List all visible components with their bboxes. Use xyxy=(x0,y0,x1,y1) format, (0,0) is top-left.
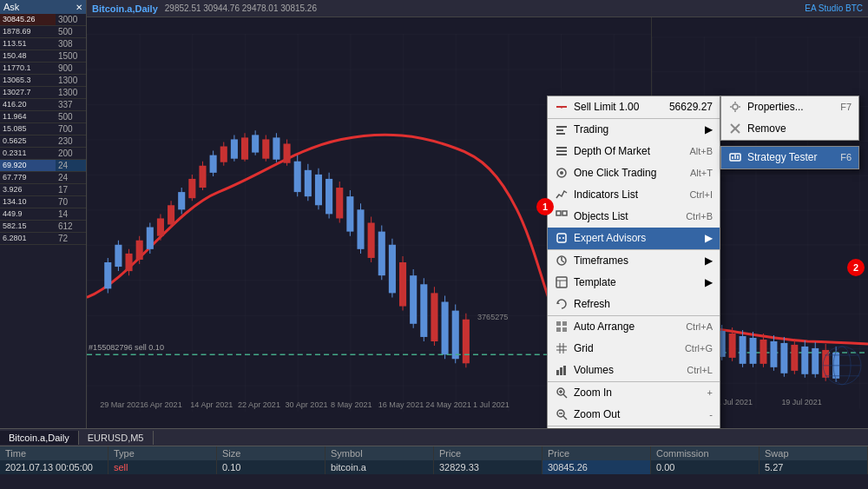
ask-price: 69.920 xyxy=(0,160,56,171)
menu-item-grid[interactable]: Grid Ctrl+G xyxy=(548,338,720,360)
menu-item-sell-limit[interactable]: Sell Limit 1.00 56629.27 xyxy=(548,96,720,118)
svg-rect-147 xyxy=(556,277,567,287)
tab-bitcoin-daily[interactable]: Bitcoin.a,Daily xyxy=(0,431,79,445)
number-badge-2: 2 xyxy=(847,259,865,276)
menu-item-save-picture[interactable]: Save As Picture... xyxy=(548,426,720,428)
menu-item-ea[interactable]: Expert Advisors ▶ xyxy=(548,228,720,249)
size: 24 xyxy=(56,172,86,183)
chart-symbol: Bitcoin.a,Daily xyxy=(92,3,158,14)
timeframes-arrow: ▶ xyxy=(705,254,713,267)
list-item: 13065.3 1300 xyxy=(0,75,86,87)
size: 500 xyxy=(56,111,86,122)
ask-price: 416.20 xyxy=(0,99,56,110)
size: 200 xyxy=(56,148,86,159)
ea-props-label: Properties... xyxy=(747,101,823,113)
one-click-label: One Click Trading xyxy=(574,167,673,179)
zoom-in-label: Zoom In xyxy=(574,387,690,399)
menu-item-indicators[interactable]: Indicators List Ctrl+I xyxy=(548,184,720,206)
size: 337 xyxy=(56,99,86,110)
template-submenu-strategy-tester[interactable]: Strategy Tester F6 xyxy=(721,147,858,169)
svg-rect-133 xyxy=(556,133,565,135)
tab-eurusd-m5[interactable]: EURUSD,M5 xyxy=(79,431,154,445)
svg-rect-154 xyxy=(562,327,567,332)
sell-limit-label: Sell Limit 1.00 xyxy=(574,101,652,113)
ask-price: 13065.3 xyxy=(0,75,56,86)
chart-tabs: Bitcoin.a,Daily EURUSD,M5 xyxy=(0,428,868,446)
menu-item-refresh[interactable]: Refresh xyxy=(548,294,720,315)
number-badge-1: 1 xyxy=(536,198,554,215)
col-price2: Price xyxy=(542,446,651,460)
submenu-expert-advisors: Properties... F7 Remove xyxy=(720,96,859,141)
svg-rect-134 xyxy=(556,147,567,149)
col-type: Type xyxy=(108,446,217,460)
svg-text:16 May 2021: 16 May 2021 xyxy=(378,400,424,409)
svg-rect-131 xyxy=(556,126,567,128)
svg-text:1 Jul 2021: 1 Jul 2021 xyxy=(473,400,510,409)
indicators-label: Indicators List xyxy=(574,188,672,201)
content-area: Ask ✕ 30845.26 3000 1878.69 500 113.51 3… xyxy=(0,0,868,428)
objects-label: Objects List xyxy=(574,210,668,222)
svg-rect-140 xyxy=(562,211,567,215)
zoom-out-shortcut: - xyxy=(709,409,713,420)
sidebar-close-button[interactable]: ✕ xyxy=(76,3,82,12)
auto-arrange-shortcut: Ctrl+A xyxy=(686,321,713,332)
cell-size: 0.10 xyxy=(217,460,326,474)
svg-text:24 May 2021: 24 May 2021 xyxy=(425,400,471,409)
menu-item-auto-arrange[interactable]: Auto Arrange Ctrl+A xyxy=(548,316,720,338)
timeframes-label: Timeframes xyxy=(574,254,698,267)
menu-item-one-click[interactable]: One Click Trading Alt+T xyxy=(548,162,720,184)
col-size: Size xyxy=(217,446,326,460)
ask-price: 134.10 xyxy=(0,196,56,208)
one-click-icon xyxy=(555,166,569,180)
menu-item-trading[interactable]: Trading ▶ xyxy=(548,119,720,141)
chart-canvas[interactable]: 29 Mar 2021 6 Apr 2021 14 Apr 2021 22 Ap… xyxy=(87,17,868,428)
menu-item-objects[interactable]: Objects List Ctrl+B xyxy=(548,206,720,228)
svg-text:14 Apr 2021: 14 Apr 2021 xyxy=(190,400,233,409)
size: 24 xyxy=(56,160,86,171)
ask-price: 113.51 xyxy=(0,38,56,50)
auto-arrange-icon xyxy=(555,320,569,334)
menu-item-zoom-out[interactable]: Zoom Out - xyxy=(548,404,720,426)
svg-point-143 xyxy=(562,237,564,239)
svg-text:8 May 2021: 8 May 2021 xyxy=(331,400,372,409)
ask-price: 449.9 xyxy=(0,208,56,220)
svg-rect-135 xyxy=(556,150,567,152)
svg-rect-161 xyxy=(563,366,566,375)
ea-submenu-properties[interactable]: Properties... F7 xyxy=(721,96,858,118)
menu-item-template[interactable]: Template ▶ xyxy=(548,272,720,294)
size: 500 xyxy=(56,26,86,37)
grid-shortcut: Ctrl+G xyxy=(685,343,713,354)
cell-swap: 5.27 xyxy=(760,460,868,474)
sell-limit-icon xyxy=(555,100,569,114)
menu-item-volumes[interactable]: Volumes Ctrl+L xyxy=(548,360,720,381)
dom-label: Depth Of Market xyxy=(574,145,672,157)
svg-rect-132 xyxy=(556,129,563,131)
ea-remove-label: Remove xyxy=(747,122,852,135)
sidebar-header: Ask ✕ xyxy=(0,0,86,14)
ea-submenu-remove[interactable]: Remove xyxy=(721,118,858,140)
list-item: 69.920 24 xyxy=(0,160,86,172)
svg-point-138 xyxy=(560,171,563,175)
ask-price: 11.964 xyxy=(0,111,56,122)
template-label: Template xyxy=(574,276,698,288)
size: 700 xyxy=(56,123,86,135)
auto-arrange-label: Auto Arrange xyxy=(574,320,668,333)
svg-rect-136 xyxy=(556,154,567,155)
ask-price: 0.5625 xyxy=(0,135,56,147)
col-symbol: Symbol xyxy=(326,446,434,460)
svg-rect-153 xyxy=(556,327,561,332)
menu-item-zoom-in[interactable]: Zoom In + xyxy=(548,382,720,404)
svg-line-167 xyxy=(563,416,567,420)
menu-item-dom[interactable]: Depth Of Market Alt+B xyxy=(548,141,720,162)
strategy-tester-shortcut: F6 xyxy=(840,152,852,162)
ask-price: 6.2801 xyxy=(0,233,56,244)
volumes-label: Volumes xyxy=(574,364,669,376)
chart-area: Bitcoin.a,Daily 29852.51 30944.76 29478.… xyxy=(87,0,868,428)
size: 17 xyxy=(56,184,86,195)
zoom-in-icon xyxy=(555,386,569,400)
size: 72 xyxy=(56,233,86,244)
ask-price: 150.48 xyxy=(0,50,56,62)
ea-icon xyxy=(555,231,569,245)
menu-item-timeframes[interactable]: Timeframes ▶ xyxy=(548,250,720,272)
size: 612 xyxy=(56,221,86,232)
